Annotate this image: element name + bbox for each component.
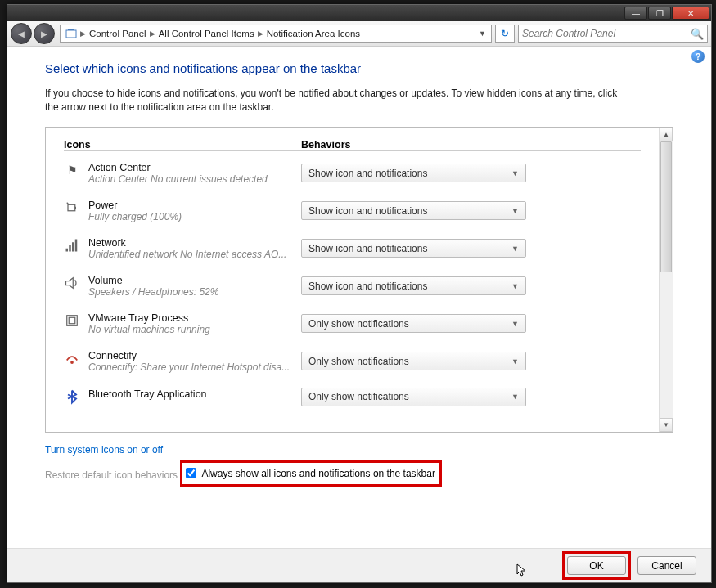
- chevron-down-icon: ▼: [511, 393, 519, 401]
- refresh-button[interactable]: ↻: [495, 25, 515, 43]
- connectify-icon: [64, 350, 80, 366]
- item-name: Action Center: [88, 162, 301, 173]
- help-icon[interactable]: ?: [691, 50, 705, 63]
- address-dropdown-icon[interactable]: ▼: [475, 29, 489, 38]
- breadcrumb-notification-area[interactable]: Notification Area Icons: [263, 29, 363, 38]
- address-bar[interactable]: ▶ Control Panel ▶ All Control Panel Item…: [60, 25, 492, 43]
- search-input[interactable]: [522, 28, 691, 39]
- list-item: Bluetooth Tray Application Only show not…: [64, 380, 641, 414]
- search-icon[interactable]: 🔍: [691, 28, 704, 40]
- cancel-button[interactable]: Cancel: [637, 556, 696, 575]
- svg-rect-9: [69, 317, 75, 324]
- svg-rect-3: [75, 207, 76, 209]
- always-show-checkbox-row[interactable]: Always show all icons and notifications …: [186, 468, 436, 479]
- scroll-down-button[interactable]: ▼: [660, 418, 673, 432]
- breadcrumb-all-items[interactable]: All Control Panel Items: [155, 29, 258, 38]
- list-item: Power Fully charged (100%) Show icon and…: [64, 192, 641, 230]
- column-header-behaviors: Behaviors: [301, 139, 641, 151]
- item-name: Bluetooth Tray Application: [88, 388, 301, 400]
- svg-rect-1: [68, 29, 74, 30]
- chevron-right-icon: ▶: [150, 29, 155, 38]
- behavior-dropdown[interactable]: Show icon and notifications▼: [301, 276, 526, 295]
- item-subtitle: Speakers / Headphones: 52%: [88, 286, 293, 298]
- chevron-down-icon: ▼: [511, 282, 519, 290]
- item-name: VMware Tray Process: [88, 312, 301, 324]
- scroll-up-button[interactable]: ▲: [660, 128, 673, 141]
- svg-rect-4: [66, 249, 69, 252]
- svg-rect-2: [68, 204, 75, 211]
- minimize-button[interactable]: —: [624, 7, 647, 20]
- chevron-down-icon: ▼: [511, 245, 519, 253]
- ok-highlight: OK: [562, 551, 631, 580]
- svg-rect-0: [66, 30, 76, 38]
- behavior-dropdown[interactable]: Show icon and notifications▼: [301, 164, 526, 182]
- chevron-right-icon: ▶: [80, 29, 86, 38]
- behavior-dropdown[interactable]: Show icon and notifications▼: [301, 239, 526, 258]
- breadcrumb-control-panel[interactable]: Control Panel: [86, 29, 150, 38]
- scrollbar-track[interactable]: [660, 141, 673, 418]
- flag-icon: ⚑: [64, 162, 80, 178]
- chevron-down-icon: ▼: [511, 320, 519, 328]
- behavior-dropdown[interactable]: Only show notifications▼: [301, 314, 526, 333]
- search-box[interactable]: 🔍: [518, 25, 708, 43]
- item-subtitle: Action Center No current issues detected: [88, 173, 293, 185]
- forward-button[interactable]: ►: [34, 23, 55, 44]
- chevron-down-icon: ▼: [511, 169, 519, 177]
- list-item: VMware Tray Process No virtual machines …: [64, 305, 641, 343]
- always-show-highlight: Always show all icons and notifications …: [180, 460, 442, 487]
- vmware-icon: [64, 312, 80, 329]
- scrollbar-thumb[interactable]: [660, 141, 672, 272]
- control-panel-icon: [65, 27, 78, 40]
- svg-point-10: [70, 361, 74, 364]
- list-header: Icons Behaviors: [64, 136, 641, 155]
- page-description: If you choose to hide icons and notifica…: [45, 87, 626, 115]
- back-button[interactable]: ◄: [11, 23, 32, 44]
- content-area: ? Select which icons and notifications a…: [7, 47, 711, 548]
- bottom-button-bar: OK Cancel: [7, 548, 711, 582]
- control-panel-window: — ❐ ✕ ◄ ► ▶ Control Panel ▶ All Control …: [7, 4, 712, 583]
- behavior-dropdown[interactable]: Only show notifications▼: [301, 388, 526, 406]
- always-show-checkbox[interactable]: [186, 468, 196, 478]
- restore-defaults-link: Restore default icon behaviors: [45, 469, 178, 481]
- navbar: ◄ ► ▶ Control Panel ▶ All Control Panel …: [7, 21, 711, 47]
- item-name: Power: [88, 200, 301, 211]
- always-show-label: Always show all icons and notifications …: [201, 468, 435, 479]
- svg-rect-5: [69, 245, 71, 252]
- item-subtitle: Connectify: Share your Internet Hotspot …: [88, 361, 293, 373]
- icon-list-frame: Icons Behaviors ⚑ Action Center Action C…: [45, 127, 673, 433]
- item-subtitle: Unidentified network No Internet access …: [88, 249, 293, 260]
- network-icon: [64, 237, 80, 254]
- item-subtitle: No virtual machines running: [88, 324, 293, 335]
- item-name: Network: [88, 237, 301, 249]
- page-title: Select which icons and notifications app…: [45, 61, 673, 75]
- bluetooth-icon: [64, 388, 80, 405]
- ok-button[interactable]: OK: [567, 556, 626, 575]
- list-item: Connectify Connectify: Share your Intern…: [64, 343, 641, 380]
- behavior-dropdown[interactable]: Only show notifications▼: [301, 352, 526, 370]
- scrollbar[interactable]: ▲ ▼: [659, 128, 673, 432]
- titlebar: — ❐ ✕: [7, 5, 711, 21]
- list-item: Network Unidentified network No Internet…: [64, 230, 641, 267]
- turn-system-icons-link[interactable]: Turn system icons on or off: [45, 444, 163, 456]
- chevron-down-icon: ▼: [511, 357, 519, 366]
- list-item: Volume Speakers / Headphones: 52% Show i…: [64, 267, 641, 305]
- maximize-button[interactable]: ❐: [648, 7, 671, 20]
- svg-rect-6: [72, 242, 74, 251]
- chevron-right-icon: ▶: [258, 29, 263, 38]
- svg-rect-7: [75, 239, 78, 251]
- chevron-down-icon: ▼: [511, 207, 519, 215]
- column-header-icons: Icons: [64, 139, 301, 151]
- item-name: Volume: [88, 275, 301, 286]
- close-button[interactable]: ✕: [672, 7, 709, 20]
- item-name: Connectify: [88, 350, 301, 361]
- volume-icon: [64, 275, 80, 291]
- behavior-dropdown[interactable]: Show icon and notifications▼: [301, 201, 526, 220]
- power-icon: [64, 200, 80, 216]
- item-subtitle: Fully charged (100%): [88, 211, 293, 222]
- list-item: ⚑ Action Center Action Center No current…: [64, 155, 641, 192]
